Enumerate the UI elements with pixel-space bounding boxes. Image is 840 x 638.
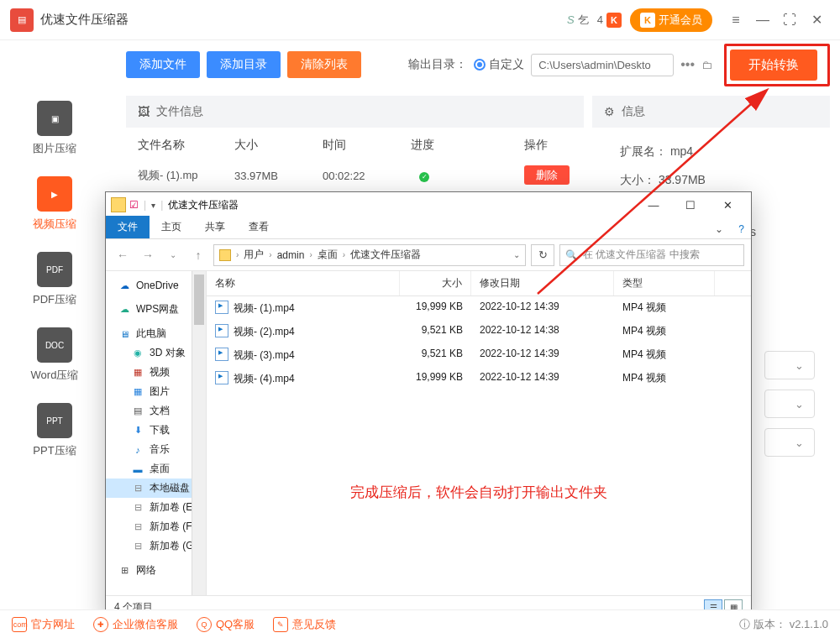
nav-forward-icon[interactable]: → bbox=[138, 245, 158, 265]
tab-file[interactable]: 文件 bbox=[106, 216, 150, 238]
folder-icon bbox=[111, 197, 126, 212]
tree-network[interactable]: ⊞网络 bbox=[106, 561, 206, 580]
nav-back-icon[interactable]: ← bbox=[113, 245, 133, 265]
th-name: 文件名称 bbox=[138, 138, 234, 153]
sidebar-item-video[interactable]: ▶ 视频压缩 bbox=[0, 165, 109, 240]
search-icon: 🔍 bbox=[565, 249, 578, 261]
crumb[interactable]: 优速文件压缩器 bbox=[347, 248, 424, 262]
footer-wechat[interactable]: ✚企业微信客服 bbox=[93, 617, 178, 632]
custom-label: 自定义 bbox=[489, 57, 524, 72]
sidebar-item-ppt[interactable]: PPT PPT压缩 bbox=[0, 391, 109, 467]
crumb[interactable]: admin bbox=[274, 249, 308, 261]
tree-3d[interactable]: ◉3D 对象 bbox=[106, 343, 206, 363]
explorer-minimize-icon[interactable]: — bbox=[635, 193, 672, 217]
col-name[interactable]: 名称 bbox=[207, 271, 400, 295]
qat-check-icon[interactable]: ☑ bbox=[129, 199, 139, 211]
footer-feedback[interactable]: ✎意见反馈 bbox=[273, 617, 336, 632]
maximize-icon[interactable]: ⛶ bbox=[776, 7, 803, 34]
help-icon[interactable]: ? bbox=[732, 220, 751, 238]
tree-onedrive[interactable]: ☁OneDrive bbox=[106, 276, 206, 295]
hidden-dropdown-3[interactable]: ⌄ bbox=[764, 428, 815, 467]
tree-desktop[interactable]: ▬桌面 bbox=[106, 459, 206, 478]
title-k-badge[interactable]: 4 K bbox=[597, 13, 622, 28]
menu-icon[interactable]: ≡ bbox=[722, 7, 749, 34]
footer-site[interactable]: .com官方网址 bbox=[12, 617, 75, 632]
delete-button[interactable]: 删除 bbox=[524, 165, 570, 185]
list-item[interactable]: 视频- (2).mp49,521 KB2022-10-12 14:38MP4 视… bbox=[207, 320, 751, 343]
sidebar-label: Word压缩 bbox=[0, 368, 109, 383]
tree-music[interactable]: ♪音乐 bbox=[106, 440, 206, 459]
start-convert-button[interactable]: 开始转换 bbox=[730, 50, 817, 81]
add-dir-button[interactable]: 添加目录 bbox=[207, 51, 281, 78]
tree-video[interactable]: ▦视频 bbox=[106, 363, 206, 382]
footer-qq[interactable]: QQQ客服 bbox=[197, 617, 255, 632]
crumb[interactable]: 用户 bbox=[240, 248, 267, 262]
vip-button[interactable]: K开通会员 bbox=[630, 8, 712, 32]
explorer-maximize-icon[interactable]: ☐ bbox=[672, 193, 709, 217]
qat-chevron-icon[interactable]: ▾ bbox=[151, 201, 155, 210]
tab-share[interactable]: 共享 bbox=[193, 216, 237, 238]
tree-downloads[interactable]: ⬇下载 bbox=[106, 421, 206, 440]
search-input[interactable]: 🔍在 优速文件压缩器 中搜索 bbox=[559, 244, 744, 266]
explorer-close-icon[interactable]: ✕ bbox=[709, 193, 746, 217]
col-date[interactable]: 修改日期 bbox=[471, 271, 614, 295]
crumb[interactable]: 桌面 bbox=[314, 248, 341, 262]
clear-list-button[interactable]: 清除列表 bbox=[287, 51, 361, 78]
close-icon[interactable]: ✕ bbox=[803, 7, 830, 34]
tab-view[interactable]: 查看 bbox=[237, 216, 281, 238]
start-highlight: 开始转换 bbox=[724, 44, 830, 86]
add-file-button[interactable]: 添加文件 bbox=[126, 51, 200, 78]
col-size[interactable]: 大小 bbox=[400, 271, 471, 295]
nav-up-icon[interactable]: ↑ bbox=[188, 245, 208, 265]
list-item[interactable]: 视频- (3).mp49,521 KB2022-10-12 14:39MP4 视… bbox=[207, 343, 751, 367]
path-dropdown-icon[interactable]: ⌄ bbox=[513, 250, 520, 259]
hidden-dropdown-2[interactable]: ⌄ bbox=[764, 390, 815, 428]
tree-vol-g[interactable]: ⊟新加卷 (G: bbox=[106, 536, 206, 556]
annotation-note: 完成压缩后，软件会自动打开输出文件夹 bbox=[207, 483, 751, 502]
sidebar-item-pdf[interactable]: PDF PDF压缩 bbox=[0, 240, 109, 316]
open-folder-icon[interactable]: 🗀 bbox=[701, 59, 712, 71]
gear-icon: ⚙ bbox=[604, 105, 615, 118]
tree-vol-f[interactable]: ⊟新加卷 (F: bbox=[106, 517, 206, 536]
breadcrumb[interactable]: › 用户› admin› 桌面› 优速文件压缩器 ⌄ bbox=[213, 244, 526, 266]
list-header[interactable]: 名称 大小 修改日期 类型 bbox=[207, 271, 751, 296]
nav-history-icon[interactable]: ⌄ bbox=[163, 245, 183, 265]
custom-radio[interactable] bbox=[474, 59, 486, 71]
sidebar-item-word[interactable]: DOC Word压缩 bbox=[0, 316, 109, 391]
explorer-tree[interactable]: ☁OneDrive ☁WPS网盘 🖥此电脑 ◉3D 对象 ▦视频 ▦图片 ▤文档… bbox=[106, 271, 207, 595]
col-type[interactable]: 类型 bbox=[614, 271, 715, 295]
refresh-icon[interactable]: ↻ bbox=[531, 244, 554, 266]
image-compress-icon: ▣ bbox=[37, 101, 72, 136]
cell-name: 视频- (1).mp bbox=[138, 168, 234, 183]
list-item[interactable]: 视频- (4).mp419,999 KB2022-10-12 14:39MP4 … bbox=[207, 367, 751, 390]
minimize-icon[interactable]: — bbox=[749, 7, 776, 34]
path-folder-icon bbox=[219, 249, 231, 261]
tree-thispc[interactable]: 🖥此电脑 bbox=[106, 324, 206, 343]
sidebar-item-image[interactable]: ▣ 图片压缩 bbox=[0, 89, 109, 165]
size-label: 大小： bbox=[620, 173, 655, 186]
tree-documents[interactable]: ▤文档 bbox=[106, 401, 206, 421]
hidden-dropdown-1[interactable]: ⌄ bbox=[764, 351, 815, 390]
list-item[interactable]: 视频- (1).mp419,999 KB2022-10-12 14:39MP4 … bbox=[207, 296, 751, 320]
ribbon-collapse-icon[interactable]: ⌄ bbox=[706, 220, 732, 238]
picture-icon: 🖼 bbox=[138, 105, 150, 118]
tree-localdisk[interactable]: ⊟本地磁盘 bbox=[106, 478, 206, 498]
tree-pictures[interactable]: ▦图片 bbox=[106, 382, 206, 401]
info-panel: 扩展名： mp4 大小： 33.97MB bbox=[603, 138, 830, 195]
explorer-title: 优速文件压缩器 bbox=[168, 198, 239, 212]
cell-time: 00:02:22 bbox=[323, 170, 411, 182]
feedback-icon: ✎ bbox=[273, 617, 288, 632]
tree-wps[interactable]: ☁WPS网盘 bbox=[106, 300, 206, 319]
output-path-input[interactable]: C:\Users\admin\Deskto bbox=[531, 54, 674, 76]
tree-scrollbar[interactable] bbox=[194, 275, 204, 325]
file-info-header: 🖼文件信息 bbox=[126, 96, 584, 128]
ext-label: 扩展名： bbox=[620, 144, 667, 158]
title-s-icon[interactable]: S 乞 bbox=[567, 13, 589, 28]
cell-size: 33.97MB bbox=[234, 170, 323, 182]
tab-home[interactable]: 主页 bbox=[150, 216, 193, 238]
browse-dots-icon[interactable]: ••• bbox=[680, 57, 695, 72]
footer: .com官方网址 ✚企业微信客服 QQQ客服 ✎意见反馈 ⓘ版本：v2.1.1.… bbox=[0, 609, 840, 638]
footer-version: ⓘ版本：v2.1.1.0 bbox=[739, 617, 828, 632]
explorer-window: ☑ | ▾ | 优速文件压缩器 — ☐ ✕ 文件 主页 共享 查看 ⌄ ? ← … bbox=[105, 191, 752, 620]
tree-vol-e[interactable]: ⊟新加卷 (E: bbox=[106, 498, 206, 517]
